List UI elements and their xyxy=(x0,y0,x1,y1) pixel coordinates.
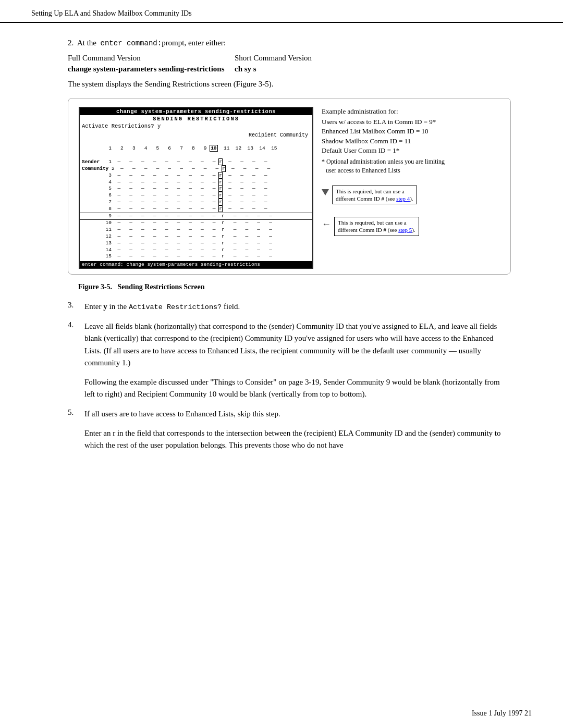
steps-section: 3. Enter y in the Activate Restrictions?… xyxy=(68,301,511,451)
step3-num: 3. xyxy=(68,301,79,310)
callout2: ← This is required, but can use a differ… xyxy=(322,217,504,236)
paragraph1: Following the example discussed under "T… xyxy=(84,376,511,401)
grid-row-7: 7 — — — — — — — — — r — — — — xyxy=(80,199,312,206)
grid-row-2: Community 2 — — — — — — — — — r — — — — xyxy=(80,166,312,172)
grid-row-15: 15 — — — — — — — — — r — — — — xyxy=(80,253,312,260)
terminal-header-bar: change system-parameters sending-restric… xyxy=(80,108,312,115)
annotation-title: Example administration for: xyxy=(322,107,504,116)
step4-text: Leave all fields blank (horizontally) th… xyxy=(84,320,511,369)
step2-number: 2. At the xyxy=(68,39,101,47)
terminal-box: change system-parameters sending-restric… xyxy=(79,107,313,269)
grid-row-9: 9 — — — — — — — — — r — — — — xyxy=(80,213,312,220)
step5-num: 5. xyxy=(68,408,79,417)
step3-item: 3. Enter y in the Activate Restrictions?… xyxy=(68,301,511,313)
col-short-label: Short Command Version xyxy=(235,54,312,63)
col-full-label: Full Command Version xyxy=(68,54,235,63)
paragraph2: Enter an r in the field that corresponds… xyxy=(84,427,511,452)
callout1: This is required, but can use a differen… xyxy=(322,186,504,205)
annotation-line4: Default User Comm ID = 1* xyxy=(322,146,504,155)
system-displays: The system displays the Sending Restrict… xyxy=(68,80,511,89)
step5-text: If all users are to have access to Enhan… xyxy=(84,408,511,420)
callout2-link[interactable]: step 5 xyxy=(398,227,412,233)
figure-caption-label: Figure 3-5. Sending Restrictions Screen xyxy=(78,283,205,291)
arrow-right-icon: ← xyxy=(322,219,331,229)
footer-text: Issue 1 July 1997 21 xyxy=(472,709,532,718)
callout2-line2: different Comm ID # (see step 5). xyxy=(338,226,415,233)
step4-num: 4. xyxy=(68,320,79,329)
command-row: change system-parameters sending-restric… xyxy=(68,65,511,73)
grid-row-11: 11 — — — — — — — — — r — — — — xyxy=(80,227,312,233)
step4-item: 4. Leave all fields blank (horizontally)… xyxy=(68,320,511,369)
callout1-line2: different Comm ID # (see step 4). xyxy=(336,195,413,202)
page: Setting Up ELA and Shadow Mailbox Commun… xyxy=(0,0,563,728)
annotation-example-block: Example administration for: Users w/ acc… xyxy=(322,107,504,175)
terminal-footer-bar: enter command: change system-parameters … xyxy=(80,261,312,268)
step3-text: Enter y in the Activate Restrictions? fi… xyxy=(84,301,511,313)
content: 2. At the enter command:prompt, enter ei… xyxy=(0,23,563,490)
step5-item: 5. If all users are to have access to En… xyxy=(68,408,511,420)
grid-row-1: Sender 1 — — — — — — — — — r — — — — xyxy=(80,159,312,166)
grid-row-8: 8 — — — — — — — — — r — — — — xyxy=(80,206,312,213)
callout1-line1: This is required, but can use a xyxy=(336,188,413,195)
cmd-short: ch sy s xyxy=(235,65,256,73)
page-footer: Issue 1 July 1997 21 xyxy=(31,709,532,718)
annotation-line1: Users w/ access to ELA in Comm ID = 9* xyxy=(322,117,504,127)
annotation-footnote: * Optional administration unless you are… xyxy=(322,157,504,166)
step2-intro: 2. At the enter command:prompt, enter ei… xyxy=(68,39,511,47)
grid-row-14: 14 — — — — — — — — — r — — — — xyxy=(80,247,312,254)
arrow-down-icon xyxy=(322,189,329,195)
annotation-line3: Shadow Mailbox Comm ID = 11 xyxy=(322,137,504,146)
callout2-box: This is required, but can use a differen… xyxy=(334,217,419,236)
terminal-col-numbers: 1 2 3 4 5 6 7 8 9 10 11 12 13 14 15 xyxy=(80,139,312,159)
annotation-line2: Enhanced List Mailbox Comm ID = 10 xyxy=(322,127,504,136)
terminal-area: change system-parameters sending-restric… xyxy=(68,107,313,269)
grid-row-4: 4 — — — — — — — — — r — — — — xyxy=(80,179,312,186)
figure-caption: Figure 3-5. Sending Restrictions Screen xyxy=(78,283,511,291)
header-title: Setting Up ELA and Shadow Mailbox Commun… xyxy=(31,9,192,18)
grid-row-13: 13 — — — — — — — — — r — — — — xyxy=(80,240,312,247)
command-table: Full Command Version Short Command Versi… xyxy=(68,54,511,73)
figure-container: change system-parameters sending-restric… xyxy=(68,98,511,275)
command-col-labels: Full Command Version Short Command Versi… xyxy=(68,54,511,63)
terminal-activate-line: Activate Restrictions? y xyxy=(80,122,312,130)
annotation-footnote2: user access to Enhanced Lists xyxy=(326,166,504,175)
figure-inner: change system-parameters sending-restric… xyxy=(68,107,510,269)
terminal-recipient-label: Recipient Community xyxy=(80,132,312,139)
callout1-link[interactable]: step 4 xyxy=(396,195,410,202)
page-header: Setting Up ELA and Shadow Mailbox Commun… xyxy=(0,0,563,23)
annotations-area: Example administration for: Users w/ acc… xyxy=(313,107,510,269)
callout1-box: This is required, but can use a differen… xyxy=(332,186,417,205)
grid-row-6: 6 — — — — — — — — — r — — — — xyxy=(80,192,312,199)
callout2-line1: This is required, but can use a xyxy=(338,219,415,226)
step2-block: 2. At the enter command:prompt, enter ei… xyxy=(68,39,511,89)
grid-row-10: 10 — — — — — — — — — r — — — — xyxy=(80,220,312,227)
grid-row-3: 3 — — — — — — — — — r — — — — xyxy=(80,172,312,179)
grid-row-5: 5 — — — — — — — — — r — — — — xyxy=(80,186,312,192)
grid-row-12: 12 — — — — — — — — — r — — — — xyxy=(80,233,312,240)
terminal-subheader: SENDING RESTRICTIONS xyxy=(80,115,312,122)
cmd-full: change system-parameters sending-restric… xyxy=(68,65,235,73)
step2-prompt: enter command: xyxy=(101,39,162,47)
step2-prompt-suffix: prompt, enter either: xyxy=(162,39,226,47)
